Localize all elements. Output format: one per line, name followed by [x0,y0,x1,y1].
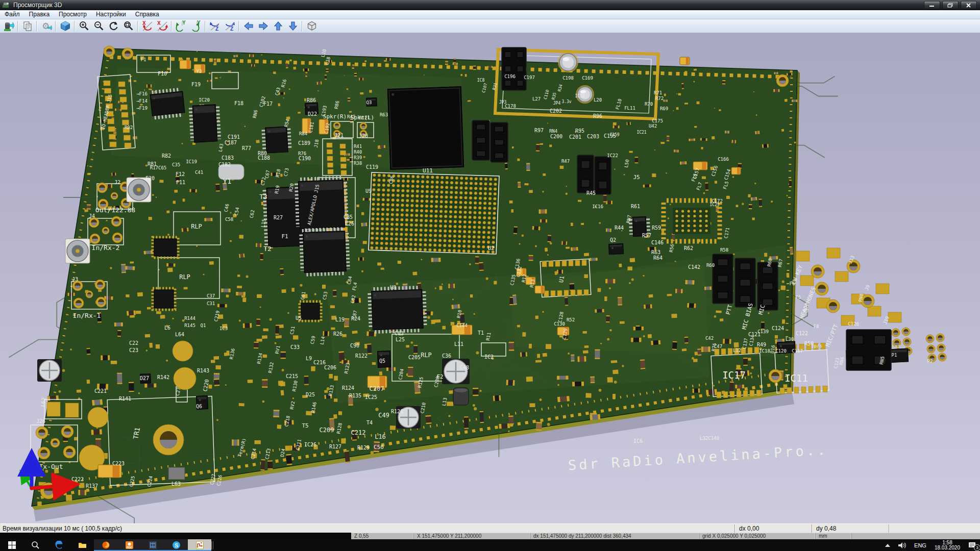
svg-text:U42: U42 [649,123,657,129]
clock[interactable]: 1:58 18.03.2020 [931,539,964,551]
status-bar: Время визуализации 10 мс ( 100,5 кадр/с)… [0,523,980,533]
svg-text:C166: C166 [718,157,729,162]
app-icon [2,2,10,9]
svg-text:R44: R44 [615,225,624,231]
svg-text:Out/122.88: Out/122.88 [95,206,135,214]
electrolytic-capacitor [558,52,578,72]
svg-text:S: S [175,542,178,548]
svg-text:C22: C22 [129,340,138,346]
svg-text:C49: C49 [378,412,389,419]
svg-text:R45: R45 [586,190,596,196]
svg-text:C221: C221 [94,388,107,394]
pan-up-button[interactable] [271,19,285,33]
svg-text:R135: R135 [349,393,361,398]
svg-text:C189: C189 [298,140,310,146]
rotate-x-pos-button[interactable]: X [155,19,169,33]
menu-file[interactable]: Файл [0,10,24,19]
taskbar-app-explorer[interactable] [70,539,94,551]
svg-text:R69: R69 [660,106,668,111]
tantalum-capacitor [680,57,690,65]
tantalum-capacitor [180,60,191,69]
cube-3d-button[interactable] [58,19,72,33]
taskbar-app-search[interactable] [23,539,47,551]
taskbar-app-kicad-3d[interactable] [188,539,211,551]
svg-text:C123: C123 [833,357,840,369]
taskbar-app-pcbnew[interactable] [141,539,164,551]
pan-right-button[interactable] [256,19,270,33]
background-window-statusbar: Z 0,55X 151,475000 Y 211,200000dx 151,47… [351,533,980,539]
svg-text:C209: C209 [320,427,334,434]
svg-text:J5: J5 [633,174,640,181]
qfn-chip [300,302,321,321]
svg-text:R49: R49 [757,342,766,347]
zoom-fit-button[interactable] [121,19,135,33]
taskbar-app-firefox[interactable] [94,539,117,551]
svg-text:Q6: Q6 [196,404,202,409]
start-button[interactable] [0,539,23,551]
svg-text:C35: C35 [172,162,180,167]
copy-image-button[interactable] [20,19,34,33]
svg-text:C85: C85 [344,214,353,220]
svg-text:U8: U8 [390,285,396,290]
svg-text:RLP: RLP [191,223,202,230]
svg-text:PDF: PDF [127,546,133,549]
menu-preferences[interactable]: Настройки [91,10,131,19]
rotate-z-pos-button[interactable]: Z [223,19,236,33]
pan-left-button[interactable] [241,19,255,33]
restore-button[interactable] [942,1,959,9]
menu-edit[interactable]: Правка [24,10,55,19]
svg-text:R95: R95 [575,128,584,134]
svg-text:F12: F12 [176,171,185,177]
close-button[interactable] [961,1,977,9]
pcb-3d-viewport[interactable]: Sdr RaDio Anvelina-Pro..IO-HEADER J15J2O… [0,33,980,523]
svg-text:L30: L30 [786,337,794,342]
zoom-out-button[interactable] [92,19,106,33]
notification-center-icon[interactable]: 3 [965,539,980,551]
rotate-y-pos-button[interactable]: Y [189,19,203,33]
reload-board-button[interactable] [2,19,15,33]
zoom-in-button[interactable] [77,19,91,33]
rotate-y-neg-button[interactable]: Y [174,19,188,33]
svg-text:L25: L25 [396,337,405,342]
volume-icon[interactable] [895,539,910,551]
settings-button[interactable]: ⚙ [39,19,53,33]
svg-text:RLP: RLP [179,273,190,281]
svg-text:C146: C146 [651,240,664,245]
trimmer-potentiometer [442,359,470,384]
svg-text:J2: J2 [114,180,120,185]
pin-header [595,157,611,194]
svg-text:R122: R122 [355,353,368,359]
svg-text:Y3: Y3 [197,69,202,74]
menu-help[interactable]: Справка [131,10,164,19]
svg-text:R43: R43 [347,114,355,119]
svg-text:IC23: IC23 [709,203,719,207]
svg-text:R02: R02 [125,125,133,130]
taskbar-app-skype[interactable]: S [164,539,188,551]
svg-text:F18: F18 [234,101,243,106]
menu-view[interactable]: Просмотр [54,10,91,19]
svg-text:F8: F8 [814,324,819,329]
rotate-x-neg-button[interactable]: X [140,19,154,33]
svg-text:C33: C33 [290,344,300,350]
taskbar-app-foxit-pdf[interactable]: PDF [117,539,141,551]
svg-text:C58: C58 [225,217,233,222]
svg-text:C188: C188 [258,155,270,161]
svg-text:RLP: RLP [421,352,432,359]
taskbar-app-edge[interactable] [47,539,70,551]
svg-text:IC17: IC17 [722,369,746,381]
redraw-button[interactable] [107,19,120,33]
minimize-button[interactable] [924,1,940,9]
toolbar-separator [17,21,18,32]
svg-text:C159: C159 [609,133,619,137]
svg-text:R64: R64 [653,255,663,261]
svg-text:C119: C119 [366,164,378,170]
tray-caret-icon[interactable] [881,539,894,551]
svg-text:L20: L20 [594,97,602,103]
status-empty-cell [889,524,980,533]
rotate-z-neg-button[interactable]: Z [208,19,222,33]
ortho-view-button[interactable] [305,19,318,33]
pin-header [491,122,508,162]
pin-header [735,258,755,307]
language-indicator[interactable]: ENG [911,539,930,551]
pan-down-button[interactable] [286,19,300,33]
